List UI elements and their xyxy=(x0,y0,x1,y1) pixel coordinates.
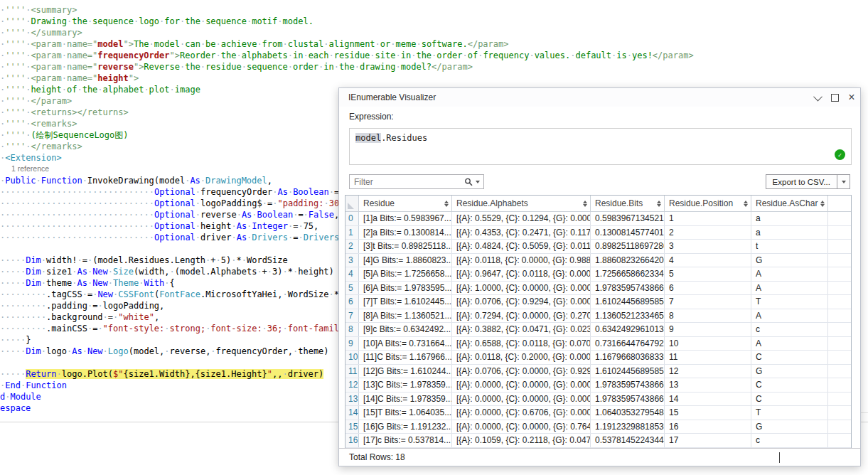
table-cell-residue[interactable]: [4]G Bits:= 1.8860823... xyxy=(359,254,452,267)
table-cell-bits[interactable]: 0.53781452243448... xyxy=(591,434,665,447)
table-cell-position[interactable]: 12 xyxy=(665,365,751,378)
table-cell-position[interactable]: 9 xyxy=(665,323,751,336)
table-row[interactable]: 16[17]c Bits:= 0.537814...[{A}: 0.1059, … xyxy=(345,434,851,448)
table-cell-alphabets[interactable]: [{A}: 0.9647, {C}: 0.0118, {G}: 0.0000..… xyxy=(452,267,591,281)
table-cell-alphabets[interactable]: [{A}: 0.0000, {C}: 0.6706, {G}: 0.0000..… xyxy=(452,406,591,420)
table-cell-residue[interactable]: [17]c Bits:= 0.537814... xyxy=(359,434,452,447)
table-cell-position[interactable]: 13 xyxy=(665,378,751,392)
export-to-csv-button[interactable]: Export to CSV... xyxy=(766,174,837,189)
table-cell-position[interactable]: 10 xyxy=(665,337,751,351)
table-cell-aschar[interactable]: T xyxy=(751,295,828,309)
table-cell-aschar[interactable]: G xyxy=(751,254,828,267)
table-cell-aschar[interactable]: t xyxy=(751,240,828,253)
table-cell-alphabets[interactable]: [{A}: 0.1059, {C}: 0.2118, {G}: 0.0471..… xyxy=(452,434,591,447)
table-cell-aschar[interactable]: A xyxy=(751,337,828,351)
table-cell-aschar[interactable]: T xyxy=(751,406,828,420)
table-cell-alphabets[interactable]: [{A}: 1.0000, {C}: 0.0000, {G}: 0.0000..… xyxy=(452,282,591,295)
code-line[interactable]: ·''''·<param·name="height"> xyxy=(0,73,868,84)
table-cell-aschar[interactable]: C xyxy=(751,378,828,392)
table-cell-alphabets[interactable]: [{A}: 0.7294, {C}: 0.0000, {G}: 0.2706..… xyxy=(452,309,591,323)
table-cell-position[interactable]: 17 xyxy=(665,434,751,447)
row-header[interactable]: 13 xyxy=(345,393,359,406)
filter-dropdown-icon[interactable] xyxy=(476,181,480,183)
table-cell-alphabets[interactable]: [{A}: 0.4353, {C}: 0.2471, {G}: 0.1176..… xyxy=(452,226,591,240)
table-cell-aschar[interactable]: G xyxy=(751,365,828,378)
row-header[interactable]: 1 xyxy=(345,226,359,240)
table-row[interactable]: 13[14]C Bits:= 1.978359...[{A}: 0.0000, … xyxy=(345,393,851,407)
table-cell-residue[interactable]: [12]G Bits:= 1.610244... xyxy=(359,365,452,378)
table-row[interactable]: 11[12]G Bits:= 1.610244...[{A}: 0.0706, … xyxy=(345,365,851,379)
table-cell-bits[interactable]: 0.59839671345217... xyxy=(591,212,665,225)
table-cell-position[interactable]: 2 xyxy=(665,226,751,240)
table-cell-residue[interactable]: [8]A Bits:= 1.1360521... xyxy=(359,309,452,323)
table-row[interactable]: 7[8]A Bits:= 1.1360521...[{A}: 0.7294, {… xyxy=(345,309,851,324)
table-cell-alphabets[interactable]: [{A}: 0.0118, {C}: 0.0000, {G}: 0.9882..… xyxy=(452,254,591,267)
table-cell-bits[interactable]: 0.73166447647923... xyxy=(591,337,665,351)
table-row[interactable]: 9[10]A Bits:= 0.731664...[{A}: 0.6588, {… xyxy=(345,337,851,351)
table-cell-position[interactable]: 15 xyxy=(665,406,751,420)
table-cell-aschar[interactable]: a xyxy=(751,226,828,240)
table-cell-aschar[interactable]: A xyxy=(751,267,828,281)
row-header[interactable]: 8 xyxy=(345,323,359,336)
table-cell-position[interactable]: 4 xyxy=(665,254,751,267)
dialog-titlebar[interactable]: IEnumerable Visualizer × xyxy=(339,88,860,107)
column-header-residue[interactable]: Residue xyxy=(359,196,452,211)
export-dropdown-button[interactable] xyxy=(837,174,850,189)
table-cell-alphabets[interactable]: [{A}: 0.0706, {C}: 0.0000, {G}: 0.9294..… xyxy=(452,365,591,378)
table-cell-position[interactable]: 3 xyxy=(665,240,751,253)
table-cell-aschar[interactable]: C xyxy=(751,393,828,406)
close-button[interactable]: × xyxy=(843,88,860,107)
row-header[interactable]: 0 xyxy=(345,212,359,225)
table-cell-alphabets[interactable]: [{A}: 0.6588, {C}: 0.0118, {G}: 0.0706..… xyxy=(452,337,591,351)
table-row[interactable]: 3[4]G Bits:= 1.8860823...[{A}: 0.0118, {… xyxy=(345,254,851,268)
row-header[interactable]: 6 xyxy=(345,295,359,309)
table-cell-residue[interactable]: [14]C Bits:= 1.978359... xyxy=(359,393,452,406)
table-row[interactable]: 2[3]t Bits:= 0.89825118...[{A}: 0.4824, … xyxy=(345,240,851,254)
table-cell-residue[interactable]: [5]A Bits:= 1.7256658... xyxy=(359,267,452,281)
table-cell-alphabets[interactable]: [{A}: 0.0000, {C}: 0.0000, {G}: 0.7647..… xyxy=(452,420,591,434)
table-cell-aschar[interactable]: C xyxy=(751,351,828,364)
row-header[interactable]: 12 xyxy=(345,378,359,392)
column-header-residue-position[interactable]: Residue.Position xyxy=(665,196,751,211)
table-cell-position[interactable]: 6 xyxy=(665,282,751,295)
filter-input[interactable] xyxy=(350,177,464,187)
row-header[interactable]: 4 xyxy=(345,267,359,281)
table-cell-alphabets[interactable]: [{A}: 0.0118, {C}: 0.2000, {G}: 0.0000..… xyxy=(452,351,591,364)
table-row[interactable]: 4[5]A Bits:= 1.7256658...[{A}: 0.9647, {… xyxy=(345,267,851,282)
table-cell-residue[interactable]: [6]A Bits:= 1.9783595... xyxy=(359,282,452,295)
table-cell-position[interactable]: 11 xyxy=(665,351,751,364)
table-row[interactable]: 0[1]a Bits:= 0.5983967...[{A}: 0.5529, {… xyxy=(345,212,851,226)
table-cell-position[interactable]: 8 xyxy=(665,309,751,323)
table-cell-bits[interactable]: 1.97835957438666... xyxy=(591,378,665,392)
table-cell-residue[interactable]: [13]C Bits:= 1.978359... xyxy=(359,378,452,392)
chevron-down-button[interactable] xyxy=(809,88,826,107)
table-cell-bits[interactable]: 0.13008145774019... xyxy=(591,226,665,240)
table-cell-residue[interactable]: [3]t Bits:= 0.89825118... xyxy=(359,240,452,253)
row-header[interactable]: 9 xyxy=(345,337,359,351)
row-header[interactable]: 15 xyxy=(345,420,359,434)
code-line[interactable]: ·''''·<summary> xyxy=(0,4,868,16)
table-cell-alphabets[interactable]: [{A}: 0.0000, {C}: 0.0000, {G}: 0.0000..… xyxy=(452,393,591,406)
table-cell-aschar[interactable]: a xyxy=(751,212,828,225)
table-cell-residue[interactable]: [2]a Bits:= 0.1300814... xyxy=(359,226,452,240)
row-header[interactable]: 16 xyxy=(345,434,359,447)
table-cell-bits[interactable]: 1.610244568958588 xyxy=(591,295,665,309)
table-cell-residue[interactable]: [10]A Bits:= 0.731664... xyxy=(359,337,452,351)
table-cell-aschar[interactable]: c xyxy=(751,323,828,336)
table-cell-residue[interactable]: [7]T Bits:= 1.6102445... xyxy=(359,295,452,309)
table-cell-residue[interactable]: [16]G Bits:= 1.191232... xyxy=(359,420,452,434)
table-cell-bits[interactable]: 1.97835957438666... xyxy=(591,282,665,295)
code-line[interactable]: ·''''·<param·name="reverse">Reverse·the·… xyxy=(0,61,868,73)
table-cell-bits[interactable]: 1.19123298818539... xyxy=(591,420,665,434)
table-cell-residue[interactable]: [11]C Bits:= 1.167966... xyxy=(359,351,452,364)
code-line[interactable]: ·''''·<param·name="model">The·model·can·… xyxy=(0,38,868,50)
column-header-residue-alphabets[interactable]: Residue.Alphabets xyxy=(452,196,591,211)
table-cell-alphabets[interactable]: [{A}: 0.0706, {C}: 0.9294, {G}: 0.0000..… xyxy=(452,295,591,309)
table-cell-residue[interactable]: [15]T Bits:= 1.064035... xyxy=(359,406,452,420)
table-cell-bits[interactable]: 1.13605212334658... xyxy=(591,309,665,323)
table-cell-position[interactable]: 1 xyxy=(665,212,751,225)
table-cell-aschar[interactable]: c xyxy=(751,434,828,447)
table-cell-bits[interactable]: 0.63424929610133... xyxy=(591,323,665,336)
table-cell-bits[interactable]: 1.16796680368339... xyxy=(591,351,665,364)
table-cell-residue[interactable]: [9]c Bits:= 0.6342492... xyxy=(359,323,452,336)
